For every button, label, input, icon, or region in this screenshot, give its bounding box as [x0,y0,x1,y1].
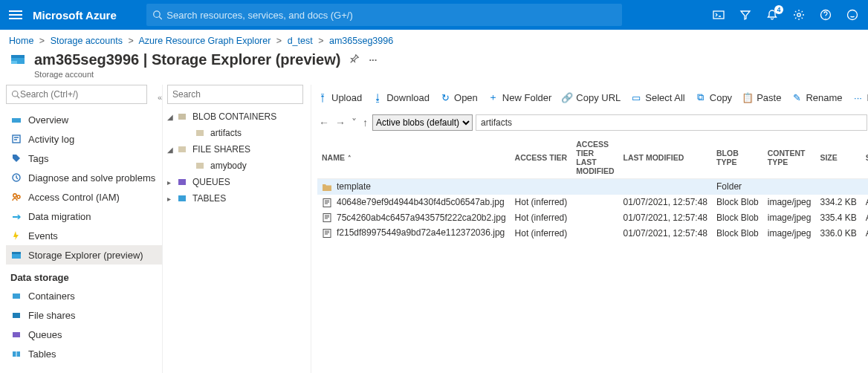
blob-navigation-row: ← → ˅ ↑ Active blobs (default) artifacts [317,111,868,134]
tree-group-queues[interactable]: ▸QUEUES [167,174,303,190]
breadcrumb-item[interactable]: Azure Resource Graph Explorer [139,36,271,46]
tree-group-file-shares[interactable]: ◢FILE SHARES [167,141,303,158]
activity-log-icon [10,133,22,145]
nav-queues[interactable]: Queues [6,325,162,344]
table-row[interactable]: f215df89975449a9bd72a4e112372036.jpgHot … [317,225,868,241]
cell-at-last-modified [571,195,618,210]
table-row[interactable]: 75c4260ab4c6457a943575f222ca20b2.jpgHot … [317,210,868,226]
help-icon[interactable] [819,8,832,22]
svg-rect-12 [13,135,20,143]
svg-rect-27 [178,179,186,185]
more-toolbar-button[interactable]: ···More [853,92,868,103]
col-blob-type[interactable]: BLOB TYPE [712,137,763,179]
global-search[interactable] [146,4,622,26]
cell-content-type: image/jpeg [763,195,816,210]
cell-status [861,179,868,195]
nav-iam[interactable]: Access Control (IAM) [6,187,162,207]
nav-activity-log[interactable]: Activity log [6,129,162,149]
nav-containers[interactable]: Containers [6,286,162,305]
breadcrumb-item[interactable]: d_test [288,36,313,46]
nav-data-migration[interactable]: Data migration [6,207,162,226]
brand-label[interactable]: Microsoft Azure [33,9,117,22]
col-status[interactable]: STATUS [861,137,868,179]
breadcrumb-item[interactable]: am365seg3996 [329,36,393,46]
more-button[interactable]: ··· [369,54,377,65]
svg-rect-25 [178,146,186,152]
tree-item-artifacts[interactable]: artifacts [167,125,303,141]
nav-label: File shares [28,310,76,321]
select-all-icon: ▭ [631,92,641,103]
nav-diagnose[interactable]: Diagnose and solve problems [6,168,162,187]
nav-label: Tags [28,153,48,164]
tree-item-amybody[interactable]: amybody [167,158,303,174]
col-name[interactable]: NAME˄ [317,137,511,179]
notification-count-badge: 4 [774,5,783,14]
cell-access-tier: Hot (inferred) [511,210,572,226]
upload-button[interactable]: ⭱Upload [317,92,362,103]
download-button[interactable]: ⭳Download [372,92,430,103]
blob-toolbar: ⭱Upload ⭳Download ↻Open ＋New Folder 🔗Cop… [317,85,868,110]
rename-button[interactable]: ✎Rename [791,92,842,103]
search-icon [152,10,163,20]
col-content-type[interactable]: CONTENT TYPE [763,137,816,179]
paste-button[interactable]: 📋Paste [742,92,781,103]
notifications-icon[interactable]: 4 [765,8,779,22]
nav-tags[interactable]: Tags [6,149,162,168]
hamburger-menu-icon[interactable] [9,10,22,19]
tree-group-label: FILE SHARES [192,144,250,155]
nav-up-icon[interactable]: ↑ [361,117,369,129]
select-all-button[interactable]: ▭Select All [631,92,684,103]
tree-search-input[interactable] [167,85,303,104]
breadcrumb-item[interactable]: Home [9,36,33,46]
nav-overview[interactable]: Overview [6,110,162,129]
pin-icon[interactable] [349,53,360,66]
nav-tables[interactable]: Tables [6,344,162,363]
btn-label: New Folder [502,92,551,103]
cell-size: 336.0 KB [815,225,861,241]
nav-down-icon[interactable]: ˅ [350,117,358,129]
path-crumb-box[interactable]: artifacts [476,114,867,131]
cell-access-tier [511,179,572,195]
new-folder-button[interactable]: ＋New Folder [488,92,551,103]
directory-filter-icon[interactable] [739,8,752,22]
cell-last-modified [619,179,712,195]
resource-menu-search-input[interactable] [20,89,142,100]
folder-icon [322,182,332,192]
nav-storage-explorer[interactable]: Storage Explorer (preview) [6,245,162,265]
cell-access-tier: Hot (inferred) [511,195,572,210]
page-title: am365seg3996 | Storage Explorer (preview… [34,51,340,68]
resource-menu-search[interactable] [6,85,147,104]
blob-view-dropdown[interactable]: Active blobs (default) [372,114,473,131]
cloud-shell-icon[interactable] [712,8,725,22]
settings-gear-icon[interactable] [792,8,806,22]
svg-rect-31 [323,230,331,238]
tree-group-tables[interactable]: ▸TABLES [167,190,303,207]
feedback-icon[interactable] [846,8,859,22]
nav-file-shares[interactable]: File shares [6,305,162,325]
open-button[interactable]: ↻Open [440,92,478,103]
col-access-tier[interactable]: ACCESS TIER [511,137,572,179]
nav-back-icon[interactable]: ← [317,117,331,129]
nav-forward-icon[interactable]: → [334,117,347,129]
table-row[interactable]: 40648e79ef9d4944b430f4d5c06547ab.jpgHot … [317,195,868,210]
tree-group-blob-containers[interactable]: ◢BLOB CONTAINERS [167,108,303,125]
nav-events[interactable]: Events [6,226,162,245]
cell-size: 335.4 KB [815,210,861,226]
more-icon: ··· [853,92,864,103]
queues-icon [10,328,22,340]
global-search-input[interactable] [166,10,615,21]
breadcrumb: Home > Storage accounts > Azure Resource… [0,30,868,49]
col-last-modified[interactable]: LAST MODIFIED [619,137,712,179]
svg-point-3 [797,13,800,16]
sort-asc-icon: ˄ [348,155,352,162]
copy-url-button[interactable]: 🔗Copy URL [562,92,621,103]
copy-button[interactable]: ⧉Copy [696,92,732,103]
breadcrumb-item[interactable]: Storage accounts [51,36,123,46]
col-size[interactable]: SIZE [815,137,861,179]
cell-status: Active [861,210,868,226]
nav-label: Containers [28,291,75,302]
table-row[interactable]: templateFolder [317,179,868,195]
file-icon [322,198,332,208]
col-at-last-modified[interactable]: ACCESS TIER LAST MODIFIED [571,137,618,179]
tables-icon [10,348,22,360]
